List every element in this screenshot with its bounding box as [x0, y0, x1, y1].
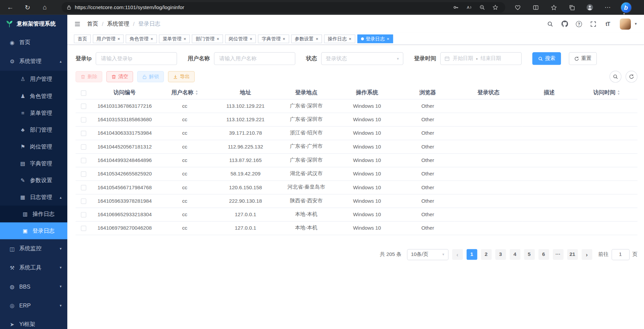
zoom-out-icon[interactable] [477, 2, 487, 12]
sidebar-item-home[interactable]: ◉首页 [0, 33, 67, 52]
tab-close-icon[interactable]: × [217, 36, 219, 41]
next-page-button[interactable]: › [581, 249, 592, 260]
tab-login-log[interactable]: 登录日志× [357, 34, 393, 43]
row-checkbox[interactable] [81, 158, 86, 163]
sidebar-item-role-management[interactable]: ♟角色管理 [0, 88, 67, 104]
browser-settings-menu-icon[interactable]: ⋯ [602, 2, 614, 12]
browser-essentials-icon[interactable] [512, 2, 523, 12]
page-button-3[interactable]: 3 [495, 249, 506, 260]
breadcrumb-item[interactable]: 系统管理 [107, 20, 129, 28]
login-ip-input[interactable] [96, 52, 177, 65]
sidebar-item-yi-framework[interactable]: ➤Yi框架 [0, 315, 67, 329]
sidebar-item-system-monitor[interactable]: ◫系统监控▾ [0, 239, 67, 258]
browser-back-button[interactable]: ← [4, 1, 16, 14]
browser-refresh-button[interactable]: ↻ [21, 1, 34, 14]
tab-close-icon[interactable]: × [150, 36, 153, 41]
tab-role-management[interactable]: 角色管理× [126, 34, 157, 43]
bing-copilot-icon[interactable]: b ▼ [620, 1, 632, 14]
sidebar-item-operation-log[interactable]: ▥操作日志 [0, 205, 67, 222]
sidebar-item-erp[interactable]: ◎ERP▾ [0, 296, 67, 315]
page-button-5[interactable]: 5 [524, 249, 535, 260]
sidebar-item-bbs[interactable]: ◍BBS▾ [0, 277, 67, 296]
browser-home-button[interactable]: ⌂ [39, 1, 51, 14]
reset-button[interactable]: 重置 [569, 52, 597, 65]
row-checkbox[interactable] [81, 144, 86, 150]
row-checkbox[interactable] [81, 117, 86, 122]
tab-menu-management[interactable]: 菜单管理× [159, 34, 190, 43]
page-button-21[interactable]: 21 [567, 249, 578, 260]
tab-department-management[interactable]: 部门管理× [192, 34, 223, 43]
refresh-table-button[interactable] [625, 71, 637, 83]
page-button-2[interactable]: 2 [481, 249, 492, 260]
prev-page-button[interactable]: ‹ [452, 249, 463, 260]
page-button-1[interactable]: 1 [466, 249, 477, 260]
user-avatar[interactable] [620, 18, 631, 29]
status-select[interactable]: 登录状态 ▾ [321, 52, 403, 65]
tab-close-icon[interactable]: × [184, 36, 186, 41]
select-all-checkbox[interactable] [81, 90, 86, 96]
date-range-picker[interactable]: 开始日期 - 结束日期 [440, 52, 522, 65]
sidebar-item-system-tools[interactable]: ⚒系统工具▾ [0, 258, 67, 277]
sidebar-item-menu-management[interactable]: ≡菜单管理 [0, 104, 67, 121]
goto-page-input[interactable] [611, 249, 630, 260]
tab-close-icon[interactable]: × [117, 36, 120, 41]
tab-post-management[interactable]: 岗位管理× [225, 34, 256, 43]
tab-close-icon[interactable]: × [316, 36, 318, 41]
github-icon[interactable] [559, 18, 570, 29]
header-search-icon[interactable] [545, 18, 556, 29]
row-checkbox[interactable] [81, 198, 86, 204]
sidebar-item-login-log[interactable]: ▣登录日志 [0, 222, 67, 239]
column-header-1[interactable]: 用户名称▲▼ [158, 86, 211, 99]
password-key-icon[interactable] [451, 2, 461, 12]
export-button[interactable]: 导出 [168, 71, 194, 82]
favorites-star-icon[interactable] [548, 2, 559, 12]
tab-close-icon[interactable]: × [250, 36, 252, 41]
column-header-8[interactable]: 访问时间▲▼ [576, 86, 638, 99]
sort-caret-icon[interactable]: ▲▼ [617, 90, 620, 96]
sidebar-item-user-management[interactable]: ♙用户管理 [0, 71, 67, 88]
page-button-6[interactable]: 6 [538, 249, 549, 260]
clear-button[interactable]: 清空 [106, 71, 133, 82]
row-checkbox[interactable] [81, 212, 86, 217]
tab-close-icon[interactable]: × [387, 36, 389, 41]
tab-user-management[interactable]: 用户管理× [93, 34, 124, 43]
row-checkbox[interactable] [81, 185, 86, 190]
split-screen-icon[interactable] [530, 2, 541, 12]
bookmark-star-icon[interactable] [491, 2, 500, 12]
sort-caret-icon[interactable]: ▲▼ [195, 90, 198, 96]
tab-parameter-settings[interactable]: 参数设置× [291, 34, 322, 43]
sidebar-item-dictionary-management[interactable]: ▤字典管理 [0, 155, 67, 172]
browser-profile-avatar[interactable] [584, 2, 596, 12]
tab-dictionary-management[interactable]: 字典管理× [258, 34, 289, 43]
search-button[interactable]: 搜索 [532, 52, 561, 65]
fullscreen-icon[interactable] [588, 18, 599, 29]
user-name-input[interactable] [214, 52, 295, 65]
row-checkbox[interactable] [81, 131, 86, 136]
page-size-select[interactable]: 10条/页▾ [407, 249, 448, 260]
sidebar-item-parameter-settings[interactable]: ✎参数设置 [0, 172, 67, 189]
tab-operation-log[interactable]: 操作日志× [324, 34, 355, 43]
help-icon[interactable]: ? [573, 18, 584, 29]
sidebar-toggle-icon[interactable] [74, 20, 81, 27]
row-checkbox[interactable] [81, 103, 86, 109]
site-info-lock-icon[interactable] [67, 5, 72, 10]
delete-button[interactable]: 删除 [76, 71, 102, 82]
row-checkbox[interactable] [81, 171, 86, 177]
row-checkbox[interactable] [81, 226, 86, 231]
read-aloud-icon[interactable]: A [464, 2, 474, 12]
font-size-icon[interactable]: tT [602, 18, 613, 29]
sidebar-item-system-management[interactable]: ⚙系统管理▴ [0, 52, 67, 71]
sidebar-item-department-management[interactable]: ♣部门管理 [0, 121, 67, 138]
pages-ellipsis-button[interactable]: ··· [552, 249, 563, 260]
collections-icon[interactable] [566, 2, 577, 12]
breadcrumb-item[interactable]: 首页 [87, 20, 98, 28]
sidebar-item-post-management[interactable]: ⚑岗位管理 [0, 138, 67, 155]
tab-close-icon[interactable]: × [283, 36, 285, 41]
page-button-4[interactable]: 4 [509, 249, 520, 260]
tab-home[interactable]: 首页 [74, 34, 91, 43]
toggle-search-button[interactable] [610, 71, 621, 83]
unlock-button[interactable]: 解锁 [137, 71, 164, 82]
tab-close-icon[interactable]: × [349, 36, 351, 41]
sidebar-item-log-management[interactable]: ▦日志管理▴ [0, 189, 67, 205]
browser-address-bar[interactable]: https://ccnetcore.com:1101/system/log/lo… [62, 2, 505, 13]
